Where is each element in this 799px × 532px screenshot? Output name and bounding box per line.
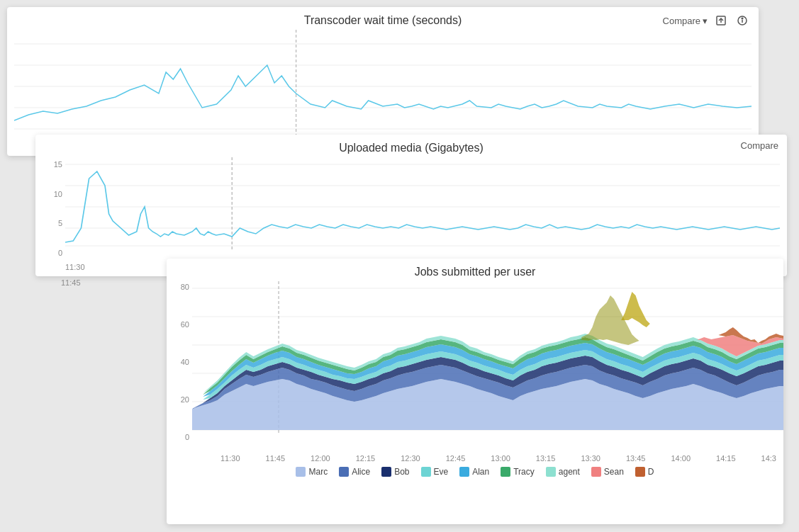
- card3-x-axis: 11:30 11:45 12:00 12:15 12:30 12:45 13:0…: [192, 454, 783, 463]
- legend-color-marc: [296, 467, 306, 477]
- legend-item-marc: Marc: [296, 467, 328, 477]
- jobs-per-user-card: Jobs submitted per user 80 60 40 20 0: [167, 259, 783, 524]
- legend-item-bob: Bob: [381, 467, 409, 477]
- legend-label-sean: Sean: [604, 467, 624, 477]
- card2-chart: [65, 157, 780, 260]
- svg-point-2: [742, 18, 743, 19]
- legend-color-alan: [459, 467, 469, 477]
- legend-color-tracy: [501, 467, 510, 477]
- card1-chart: [14, 30, 751, 140]
- legend-item-d: D: [635, 467, 654, 477]
- legend-item-alice: Alice: [339, 467, 370, 477]
- chevron-down-icon: ▾: [703, 16, 708, 26]
- card2-title: Uploaded media (Gigabytes): [339, 142, 484, 154]
- legend-item-sean: Sean: [591, 467, 624, 477]
- legend-color-d: [635, 467, 645, 477]
- card2-actions: Compare: [741, 140, 778, 151]
- card1-info-button[interactable]: [734, 13, 750, 28]
- card3-legend: Marc Alice Bob Eve Alan Tracy agent Sea: [167, 463, 783, 480]
- legend-item-tracy: Tracy: [501, 467, 535, 477]
- legend-item-eve: Eve: [421, 467, 449, 477]
- legend-color-alice: [339, 467, 349, 477]
- card1-title: Transcoder wait time (seconds): [304, 14, 462, 27]
- legend-item-alan: Alan: [459, 467, 489, 477]
- card3-header: Jobs submitted per user: [167, 259, 783, 278]
- card1-export-button[interactable]: [713, 13, 729, 28]
- legend-color-agent: [546, 467, 556, 477]
- card3-y-axis: 80 60 40 20 0: [167, 281, 192, 463]
- card2-compare-button[interactable]: Compare: [741, 140, 778, 151]
- legend-color-eve: [421, 467, 431, 477]
- legend-color-bob: [381, 467, 391, 477]
- card3-chart: [192, 281, 783, 451]
- card1-header: Transcoder wait time (seconds) Compare ▾: [7, 7, 759, 27]
- card3-chart-area: 11:30 11:45 12:00 12:15 12:30 12:45 13:0…: [192, 281, 783, 463]
- card3-title: Jobs submitted per user: [415, 266, 536, 278]
- card1-compare-button[interactable]: Compare ▾: [663, 16, 708, 26]
- card2-y-axis: 15 10 5 0: [43, 157, 65, 271]
- legend-color-sean: [591, 467, 601, 477]
- card2-header: Uploaded media (Gigabytes) Compare: [35, 135, 787, 154]
- card2-chart-inner: 11:30 11:45: [65, 157, 780, 271]
- card3-chart-container: 80 60 40 20 0: [167, 278, 783, 463]
- card1-actions: Compare ▾: [663, 13, 750, 28]
- legend-item-agent: agent: [546, 467, 580, 477]
- uploaded-media-card: Uploaded media (Gigabytes) Compare 15 10…: [35, 135, 787, 276]
- transcoder-wait-time-card: Transcoder wait time (seconds) Compare ▾: [7, 7, 759, 156]
